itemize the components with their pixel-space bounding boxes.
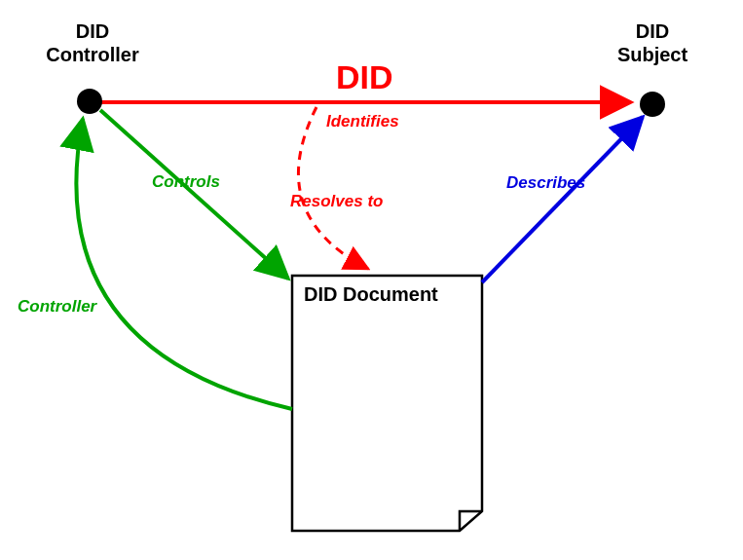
controller-label-line1: DID: [76, 20, 109, 42]
edge-controls: [100, 110, 288, 279]
describes-label: Describes: [506, 173, 585, 193]
controller-label: DID Controller: [39, 19, 146, 66]
identifies-label: Identifies: [326, 112, 399, 131]
edge-describes: [482, 117, 643, 282]
subject-node: [640, 92, 665, 117]
did-document-node: [292, 276, 482, 531]
controller-edge-label: Controller: [18, 297, 96, 317]
subject-label-line2: Subject: [617, 44, 687, 65]
controls-label: Controls: [152, 172, 220, 192]
edge-controller: [76, 119, 292, 409]
did-title: DID: [336, 58, 393, 96]
resolves-label: Resolves to: [290, 192, 383, 211]
document-label: DID Document: [304, 283, 438, 306]
controller-label-line2: Controller: [46, 44, 139, 65]
controller-node: [77, 89, 102, 114]
subject-label-line1: DID: [636, 20, 669, 42]
subject-label: DID Subject: [599, 19, 706, 66]
